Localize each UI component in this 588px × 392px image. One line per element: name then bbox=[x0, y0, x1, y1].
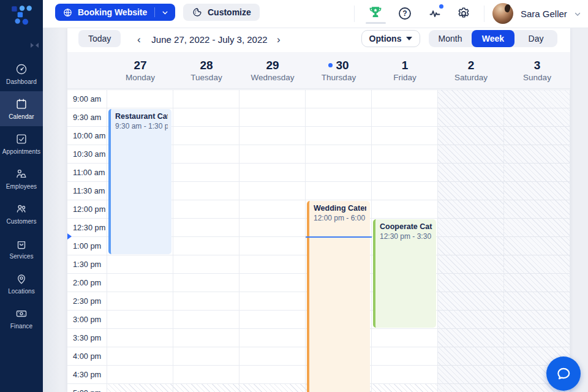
day-column-tuesday[interactable] bbox=[173, 90, 239, 392]
sidebar-item-label: Finance bbox=[10, 323, 32, 330]
time-label: 10:30 am bbox=[67, 145, 107, 164]
day-number-text: 1 bbox=[402, 59, 409, 72]
event-time: 12:00 pm - 6:00 bbox=[314, 214, 366, 222]
day-name: Thursday bbox=[322, 73, 356, 82]
view-switcher: MonthWeekDay bbox=[429, 30, 557, 47]
main-content: Today ‹ June 27, 2022 - July 3, 2022 › O… bbox=[43, 28, 588, 392]
trafft-logo-icon[interactable] bbox=[10, 3, 33, 25]
time-label: 11:30 am bbox=[67, 182, 107, 200]
calendar-icon bbox=[15, 97, 28, 111]
time-label: 3:30 pm bbox=[67, 329, 107, 347]
sidebar-item-employees[interactable]: Employees bbox=[0, 161, 43, 196]
time-label: 2:00 pm bbox=[67, 274, 107, 292]
palette-icon bbox=[192, 7, 203, 18]
time-label: 1:00 pm bbox=[67, 237, 107, 255]
time-label: 11:00 am bbox=[67, 164, 107, 182]
chevron-right-icon[interactable]: › bbox=[274, 28, 283, 52]
time-label: 3:00 pm bbox=[67, 311, 107, 329]
time-label: 12:30 pm bbox=[67, 219, 107, 237]
day-name: Saturday bbox=[454, 73, 488, 82]
time-label: 4:00 pm bbox=[67, 347, 107, 366]
event-time: 9:30 am - 1:30 pm bbox=[115, 122, 168, 130]
sidebar-item-appointments[interactable]: Appointments bbox=[0, 126, 43, 161]
day-number: 3 bbox=[534, 59, 541, 72]
day-number: 27 bbox=[134, 59, 146, 72]
day-column-wednesday[interactable] bbox=[239, 90, 306, 392]
day-header-wednesday: 29Wednesday bbox=[239, 52, 306, 88]
event-green[interactable]: Cooperate Cat...12:30 pm - 3:30 bbox=[373, 219, 436, 328]
event-blue[interactable]: Restaurant Cat...9:30 am - 1:30 pm bbox=[108, 109, 172, 254]
sidebar-item-label: Calendar bbox=[9, 113, 34, 120]
day-name: Tuesday bbox=[190, 73, 222, 82]
svg-text:?: ? bbox=[402, 9, 407, 18]
sidebar-item-label: Employees bbox=[6, 183, 37, 190]
event-title: Cooperate Cat... bbox=[380, 222, 432, 231]
event-title: Restaurant Cat... bbox=[115, 112, 168, 121]
day-number: 2 bbox=[468, 59, 475, 72]
view-tab-month[interactable]: Month bbox=[429, 30, 472, 47]
sidebar-item-customers[interactable]: Customers bbox=[0, 196, 43, 231]
time-label: 5:00 pm bbox=[67, 384, 107, 392]
calendar-toolbar: Today ‹ June 27, 2022 - July 3, 2022 › O… bbox=[67, 28, 570, 52]
view-tab-day[interactable]: Day bbox=[514, 30, 557, 47]
customize-button[interactable]: Customize bbox=[183, 4, 260, 21]
topbar-divider bbox=[484, 6, 484, 22]
day-name: Wednesday bbox=[251, 73, 294, 82]
locations-icon bbox=[15, 272, 28, 285]
now-marker-triangle bbox=[67, 233, 72, 239]
sidebar-item-locations[interactable]: Locations bbox=[0, 266, 43, 301]
chat-button[interactable] bbox=[546, 356, 581, 391]
view-tab-week[interactable]: Week bbox=[472, 30, 514, 47]
day-number: 29 bbox=[266, 59, 279, 72]
avatar[interactable] bbox=[492, 3, 513, 24]
day-number-text: 29 bbox=[266, 59, 279, 72]
time-label: 2:30 pm bbox=[67, 292, 107, 311]
sidebar-nav: DashboardCalendarAppointmentsEmployeesCu… bbox=[0, 56, 43, 336]
topbar: Booking Website Customize ? bbox=[43, 0, 588, 28]
help-icon[interactable]: ? bbox=[398, 6, 412, 21]
event-time: 12:30 pm - 3:30 bbox=[380, 232, 432, 241]
services-icon bbox=[15, 237, 28, 251]
finance-icon bbox=[15, 307, 28, 320]
time-label: 9:30 am bbox=[67, 108, 107, 127]
chevron-down-icon[interactable] bbox=[573, 0, 582, 28]
sidebar-item-label: Services bbox=[9, 253, 33, 260]
booking-website-button[interactable]: Booking Website bbox=[55, 4, 175, 21]
day-header-saturday: 2Saturday bbox=[438, 52, 504, 88]
collapse-sidebar-icon[interactable] bbox=[31, 43, 39, 48]
gear-icon[interactable] bbox=[456, 6, 471, 21]
day-header-monday: 27Monday bbox=[107, 52, 173, 88]
time-label: 1:30 pm bbox=[67, 255, 107, 274]
trophy-icon[interactable] bbox=[368, 5, 383, 21]
event-orange[interactable]: Wedding Cater...12:00 pm - 6:00 bbox=[307, 201, 370, 392]
day-header-thursday: 30Thursday bbox=[306, 52, 372, 88]
sidebar-item-finance[interactable]: Finance bbox=[0, 301, 43, 336]
day-column-sunday[interactable] bbox=[504, 90, 570, 392]
chevron-down-icon bbox=[154, 7, 169, 17]
options-button[interactable]: Options bbox=[361, 30, 420, 47]
time-column: 9:00 am9:30 am10:00 am10:30 am11:00 am11… bbox=[67, 90, 107, 392]
globe-icon bbox=[62, 7, 73, 18]
caret-down-icon bbox=[406, 37, 412, 40]
time-label: 4:30 pm bbox=[67, 366, 107, 384]
sidebar-item-calendar[interactable]: Calendar bbox=[0, 91, 43, 126]
day-number-text: 28 bbox=[200, 59, 213, 72]
today-button[interactable]: Today bbox=[78, 30, 121, 47]
chat-icon bbox=[556, 366, 571, 382]
customers-icon bbox=[15, 202, 28, 216]
calendar-grid[interactable]: 9:00 am9:30 am10:00 am10:30 am11:00 am11… bbox=[67, 89, 570, 392]
today-dot bbox=[328, 63, 333, 67]
sidebar-item-label: Locations bbox=[8, 288, 35, 295]
time-label: 12:00 pm bbox=[67, 200, 107, 219]
time-label: 9:00 am bbox=[67, 90, 107, 108]
date-range: June 27, 2022 - July 3, 2022 bbox=[140, 28, 279, 52]
day-header-friday: 1Friday bbox=[372, 52, 438, 88]
sidebar-item-services[interactable]: Services bbox=[0, 231, 43, 266]
day-column-saturday[interactable] bbox=[438, 90, 504, 392]
appointments-icon bbox=[15, 132, 28, 146]
day-name: Monday bbox=[126, 73, 155, 82]
sidebar-item-dashboard[interactable]: Dashboard bbox=[0, 56, 43, 91]
sidebar-item-label: Dashboard bbox=[6, 78, 37, 85]
dashboard-icon bbox=[15, 62, 28, 76]
user-name[interactable]: Sara Geller bbox=[521, 0, 567, 28]
